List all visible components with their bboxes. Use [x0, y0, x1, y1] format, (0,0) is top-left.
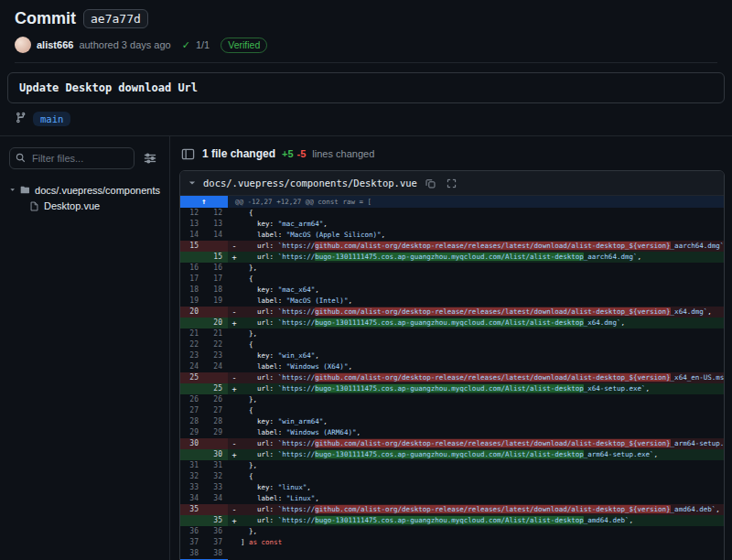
copy-path-button[interactable] — [424, 176, 438, 190]
old-line-number[interactable] — [180, 252, 204, 263]
new-line-number[interactable]: 27 — [204, 405, 228, 416]
old-line-number[interactable]: 34 — [180, 493, 204, 504]
new-line-number[interactable]: 20 — [204, 318, 228, 328]
old-line-number[interactable]: 33 — [180, 482, 204, 493]
file-diff-header: docs/.vuepress/components/Desktop.vue — [180, 171, 724, 196]
old-line-number[interactable]: 36 — [180, 526, 204, 537]
old-line-number[interactable]: 23 — [180, 350, 204, 361]
diff-sign — [228, 350, 241, 361]
new-line-number[interactable] — [204, 438, 228, 449]
new-line-number[interactable]: 22 — [204, 339, 228, 350]
new-line-number[interactable]: 15 — [204, 252, 228, 263]
new-line-number[interactable]: 12 — [204, 208, 228, 219]
copy-icon — [425, 178, 436, 188]
new-line-number[interactable]: 16 — [204, 263, 228, 274]
diff-row: 3737] as const — [180, 537, 724, 548]
old-line-number[interactable]: 12 — [180, 208, 204, 219]
old-line-number[interactable]: 28 — [180, 416, 204, 427]
code-line: url: `https://bugo-1301111475.cos.ap-gua… — [241, 252, 724, 263]
file-path[interactable]: docs/.vuepress/components/Desktop.vue — [203, 178, 417, 188]
code-line: key: "win_arm64", — [241, 416, 724, 427]
diff-row: 2929 label: "Windows (ARM64)", — [180, 427, 724, 438]
code-line: { — [241, 274, 724, 285]
old-line-number[interactable]: 29 — [180, 427, 204, 438]
new-line-number[interactable]: 36 — [204, 526, 228, 537]
old-line-number[interactable]: 37 — [180, 537, 204, 548]
commit-sha[interactable]: ae7a77d — [83, 9, 148, 28]
old-line-number[interactable]: 14 — [180, 230, 204, 241]
old-line-number[interactable]: 27 — [180, 405, 204, 416]
new-line-number[interactable]: 23 — [204, 350, 228, 361]
sidebar-panel-icon — [181, 147, 195, 161]
verified-badge[interactable]: Verified — [221, 38, 267, 53]
old-line-number[interactable] — [180, 383, 204, 394]
old-line-number[interactable]: 35 — [180, 504, 204, 515]
diff-row: 2626 }, — [180, 394, 724, 405]
old-line-number[interactable] — [180, 449, 204, 460]
old-line-number[interactable]: 26 — [180, 394, 204, 405]
old-line-number[interactable]: 20 — [180, 307, 204, 318]
tree-folder-components[interactable]: docs/.vuepress/components — [9, 182, 160, 198]
new-line-number[interactable]: 14 — [204, 230, 228, 241]
old-line-number[interactable]: 22 — [180, 339, 204, 350]
avatar[interactable] — [15, 37, 31, 53]
diff-sign — [228, 416, 241, 427]
new-line-number[interactable]: 30 — [204, 449, 228, 460]
display-options-button[interactable] — [140, 148, 160, 168]
new-line-number[interactable] — [204, 307, 228, 318]
old-line-number[interactable]: 31 — [180, 460, 204, 471]
new-line-number[interactable]: 37 — [204, 537, 228, 548]
filter-files-input[interactable] — [9, 147, 135, 169]
lines-changed-text: lines changed — [312, 148, 374, 159]
new-line-number[interactable]: 13 — [204, 219, 228, 230]
code-line: url: `https://github.com/alist-org/deskt… — [241, 372, 724, 383]
new-line-number[interactable]: 26 — [204, 394, 228, 405]
new-line-number[interactable]: 19 — [204, 296, 228, 307]
new-line-number[interactable]: 28 — [204, 416, 228, 427]
old-line-number[interactable]: 17 — [180, 274, 204, 285]
new-line-number[interactable]: 25 — [204, 383, 228, 394]
old-line-number[interactable]: 19 — [180, 296, 204, 307]
new-line-number[interactable]: 31 — [204, 460, 228, 471]
expand-diff-button[interactable] — [445, 176, 459, 190]
new-line-number[interactable] — [204, 504, 228, 515]
old-line-number[interactable]: 24 — [180, 361, 204, 372]
code-line: url: `https://bugo-1301111475.cos.ap-gua… — [241, 383, 724, 394]
new-line-number[interactable]: 35 — [204, 515, 228, 526]
diff-main: 1 file changed +5 -5 lines changed docs/… — [170, 136, 732, 560]
tree-file-desktop-vue[interactable]: Desktop.vue — [9, 198, 160, 213]
new-line-number[interactable]: 33 — [204, 482, 228, 493]
checks-count[interactable]: 1/1 — [196, 39, 210, 50]
new-line-number[interactable]: 21 — [204, 328, 228, 339]
diff-sign: - — [228, 504, 241, 515]
code-line: url: `https://github.com/alist-org/deskt… — [241, 307, 724, 318]
old-line-number[interactable]: 32 — [180, 471, 204, 482]
old-line-number[interactable] — [180, 515, 204, 526]
old-line-number[interactable]: 38 — [180, 548, 204, 559]
chevron-down-icon[interactable] — [188, 178, 197, 188]
old-line-number[interactable]: 15 — [180, 241, 204, 252]
author-name[interactable]: alist666 — [37, 39, 73, 50]
diff-row: 2323 key: "win_x64", — [180, 350, 724, 361]
new-line-number[interactable] — [204, 241, 228, 252]
sliders-icon — [144, 152, 156, 165]
new-line-number[interactable] — [204, 372, 228, 383]
new-line-number[interactable]: 34 — [204, 493, 228, 504]
old-line-number[interactable]: 25 — [180, 372, 204, 383]
old-line-number[interactable]: 16 — [180, 263, 204, 274]
old-line-number[interactable]: 21 — [180, 328, 204, 339]
new-line-number[interactable]: 32 — [204, 471, 228, 482]
new-line-number[interactable]: 24 — [204, 361, 228, 372]
old-line-number[interactable] — [180, 318, 204, 328]
old-line-number[interactable]: 18 — [180, 285, 204, 296]
expand-up-button[interactable]: ↑ — [180, 196, 228, 208]
old-line-number[interactable]: 30 — [180, 438, 204, 449]
new-line-number[interactable]: 17 — [204, 274, 228, 285]
toggle-file-tree-button[interactable] — [179, 145, 196, 162]
new-line-number[interactable]: 38 — [204, 548, 228, 559]
new-line-number[interactable]: 29 — [204, 427, 228, 438]
old-line-number[interactable]: 13 — [180, 219, 204, 230]
branch-label[interactable]: main — [33, 112, 70, 126]
diff-sign: + — [228, 449, 241, 460]
new-line-number[interactable]: 18 — [204, 285, 228, 296]
